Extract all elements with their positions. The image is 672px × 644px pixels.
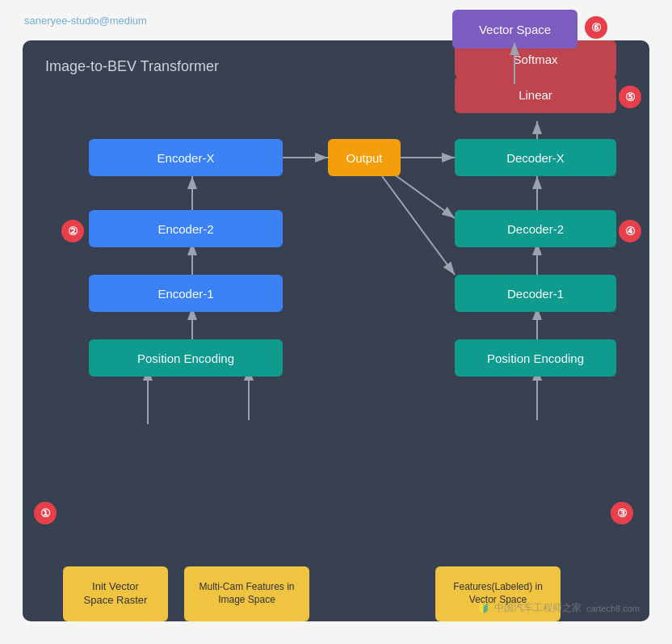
pos-enc-right-box: Position Encoding — [455, 339, 616, 377]
output-box: Output — [328, 139, 401, 176]
badge-4: ④ — [619, 220, 641, 242]
decoder-2-box: Decoder-2 — [455, 210, 616, 247]
pos-enc-left-box: Position Encoding — [89, 339, 283, 377]
init-vector-box: Init Vector Space Raster — [63, 566, 168, 621]
decoder-x-box: Decoder-X — [455, 139, 616, 176]
svg-line-7 — [388, 170, 455, 218]
encoder-1-box: Encoder-1 — [89, 275, 283, 312]
arrows-svg — [23, 40, 649, 621]
badge-6: ⑥ — [585, 16, 607, 39]
encoder-x-box: Encoder-X — [89, 139, 283, 176]
multicam-box: Multi-Cam Features in Image Space — [184, 566, 309, 621]
vector-space-box: Vector Space — [452, 10, 578, 48]
watermark-top: saneryee-studio@medium — [24, 15, 147, 27]
svg-line-8 — [382, 176, 455, 275]
linear-box: Linear — [455, 76, 616, 113]
badge-2: ② — [61, 220, 84, 242]
badge-5: ⑤ — [619, 86, 641, 108]
softmax-to-vector-arrow — [514, 47, 516, 86]
badge-1: ① — [34, 502, 57, 524]
watermark-bottom: 🔰 中国汽车工程师之家 cartech8.com — [477, 601, 640, 615]
encoder-2-box: Encoder-2 — [89, 210, 283, 247]
badge-3: ③ — [611, 502, 633, 524]
main-diagram: Image-to-BEV Transformer — [23, 40, 649, 621]
decoder-1-box: Decoder-1 — [455, 275, 616, 312]
